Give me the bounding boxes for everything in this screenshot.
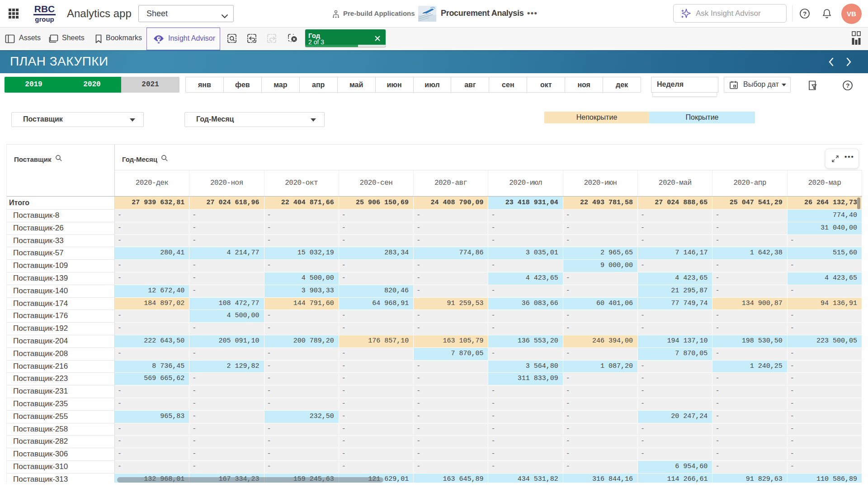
svg-text:?: ?	[803, 10, 807, 17]
svg-text:?: ?	[846, 82, 849, 89]
